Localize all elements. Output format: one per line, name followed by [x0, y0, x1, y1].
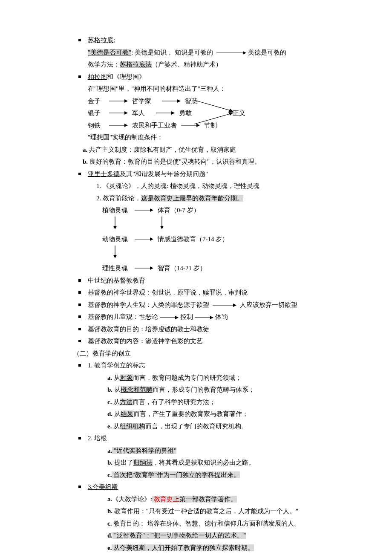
- svg-line-14: [194, 100, 230, 110]
- down-arrows-icon: [102, 217, 187, 229]
- converge-arrows-icon: [194, 98, 237, 128]
- comenius-c: c. 教育目的： 培养在身体、智慧、德行和信仰几方面和谐发展的人。: [107, 517, 341, 530]
- plato-cond: "理想国"实现的制度条件：: [88, 131, 341, 144]
- svg-marker-11: [124, 124, 128, 127]
- svg-marker-33: [175, 316, 179, 319]
- bullet-icon: [78, 173, 81, 175]
- text: 苏格拉底:: [88, 34, 115, 46]
- text: 基督教的儿童观：性恶论控制体罚: [88, 311, 228, 323]
- svg-marker-25: [150, 237, 153, 241]
- text: 2. 培根: [88, 432, 107, 445]
- arrow-right-icon: [162, 99, 181, 103]
- bullet-icon: [78, 75, 81, 78]
- svg-marker-17: [228, 112, 233, 116]
- plato-b: b. 良好的教育：教育的目的是促使"灵魂转向"，认识善和真理。: [83, 156, 341, 168]
- aristotle-s2: 2. 教育阶段论，这是教育史上最早的教育年龄分期。: [96, 192, 341, 205]
- text: 基督教的神学世界观：创世说，原罪说，赎罪说，审判说: [88, 286, 248, 299]
- comenius-d: d. "泛智教育"："把一切事物教给一切人的艺术。": [107, 529, 341, 542]
- aristotle-s1: 1. 《灵魂论》，人的灵魂: 植物灵魂，动物灵魂，理性灵魂: [96, 180, 341, 192]
- bullet-icon: [78, 328, 81, 330]
- item-christ-2: 基督教的神学世界观：创世说，原罪说，赎罪说，审判说: [78, 286, 341, 299]
- founding-e: e. 从组织机构而言，出现了专门的教育研究机构。: [107, 420, 341, 433]
- text: 柏拉图和《理想国》: [88, 71, 145, 83]
- arrow-right-icon: [109, 123, 128, 127]
- item-comenius: 3.夸美纽斯: [78, 481, 341, 493]
- arrow-right-icon: [195, 315, 213, 320]
- plato-a: a. 共产主义制度：废除私有财产，优生优育，取消家庭: [83, 144, 341, 156]
- section-2-heading: （二）教育学的创立: [73, 347, 341, 360]
- svg-marker-27: [113, 255, 117, 258]
- arrow-right-icon: [135, 237, 153, 241]
- item-christ-4: 基督教的儿童观：性恶论控制体罚: [78, 311, 341, 323]
- svg-marker-15: [228, 109, 233, 112]
- bacon-c: c. 首次把"教育学"作为一门独立的学科提出来。: [107, 469, 341, 481]
- svg-marker-19: [150, 208, 153, 212]
- svg-marker-1: [243, 51, 246, 55]
- comenius-e: e. 从夸美纽斯，人们开始了教育学的独立探索时期。: [107, 542, 341, 554]
- svg-marker-31: [233, 304, 236, 307]
- svg-marker-3: [124, 99, 128, 103]
- item-christ-5: 基督教教育的目的：培养虔诚的教士和教徒: [78, 323, 341, 335]
- text: 1. 教育学创立的标志: [88, 359, 145, 372]
- item-bacon: 2. 培根: [78, 432, 341, 445]
- item-christ-3: 基督教的神学人生观：人类的罪恶源于欲望 人应该放弃一切欲望: [78, 299, 341, 311]
- svg-marker-23: [160, 226, 164, 229]
- arrow-right-icon: [109, 111, 128, 115]
- bullet-icon: [78, 304, 81, 306]
- aristotle-diagram: 植物灵魂 体育（0-7 岁） 动物灵魂 情感道德教育（7-14 岁） 理性灵魂 …: [102, 204, 341, 275]
- socrates-line2: 教学方法：苏格拉底法（产婆术、精神助产术）: [88, 58, 341, 71]
- arrow-right-icon: [135, 266, 153, 270]
- founding-d: d. 从结果而言，产生了重要的教育家与教育著作；: [107, 408, 341, 420]
- text: 基督教教育的内容：渗透神学色彩的文艺: [88, 335, 203, 347]
- svg-marker-9: [171, 111, 175, 115]
- svg-marker-29: [150, 266, 153, 270]
- bullet-icon: [78, 437, 81, 439]
- bullet-icon: [78, 315, 81, 318]
- text: 基督教教育的目的：培养虔诚的教士和教徒: [88, 323, 209, 335]
- plato-diagram: 金子 哲学家 智慧 银子 军人 勇敢 正义 钢铁 农民和手工业者 节制: [88, 95, 341, 132]
- plato-intro: 在"理想国"里，"神用不同的材料造出了"三种人：: [88, 83, 341, 95]
- founding-c: c. 从方法而言，有了科学的研究方法；: [107, 396, 341, 408]
- arrow-right-icon: [160, 315, 179, 320]
- bullet-icon: [78, 364, 81, 367]
- comenius-a: a.《大教学论》: 教育史上第一部教育学著作。: [107, 493, 341, 506]
- text: 中世纪的基督教教育: [88, 275, 145, 287]
- arrow-right-icon: [109, 99, 128, 103]
- bullet-icon: [78, 279, 81, 282]
- bacon-b: b. 提出了归纳法，将其看成是获取知识的必由之路。: [107, 457, 341, 469]
- svg-marker-7: [124, 111, 128, 115]
- text: 亚里士多德及其"和谐发展与年龄分期问题": [88, 168, 208, 180]
- text: 3.夸美纽斯: [88, 481, 118, 493]
- item-christ-1: 中世纪的基督教教育: [78, 275, 341, 287]
- text: 基督教的神学人生观：人类的罪恶源于欲望 人应该放弃一切欲望: [88, 299, 297, 311]
- svg-marker-35: [210, 316, 213, 319]
- arrow-right-icon: [156, 111, 175, 115]
- item-socrates: 苏格拉底:: [78, 34, 341, 46]
- svg-marker-21: [113, 226, 117, 229]
- bullet-icon: [78, 486, 81, 488]
- item-christ-6: 基督教教育的内容：渗透神学色彩的文艺: [78, 335, 341, 347]
- svg-line-16: [194, 114, 230, 124]
- arrow-right-icon: [216, 51, 246, 55]
- comenius-b: b. 教育作用："只有受过一种合适的教育之后，人才能成为一个人。": [107, 505, 341, 517]
- bullet-icon: [78, 340, 81, 342]
- arrow-right-icon: [213, 303, 236, 307]
- founding-a: a. 从对象而言，教育问题成为专门的研究领域；: [107, 372, 341, 384]
- bullet-icon: [78, 39, 81, 41]
- svg-marker-5: [177, 99, 181, 103]
- item-founding: 1. 教育学创立的标志: [78, 359, 341, 372]
- bullet-icon: [78, 291, 81, 294]
- bacon-a: a. "近代实验科学的鼻祖": [107, 445, 341, 457]
- arrow-right-icon: [135, 208, 153, 212]
- down-arrow-icon: [102, 246, 187, 258]
- item-aristotle: 亚里士多德及其"和谐发展与年龄分期问题": [78, 168, 341, 180]
- item-plato: 柏拉图和《理想国》: [78, 71, 341, 83]
- socrates-line1: "美德是否可教": 美德是知识， 知识是可教的 美德是可教的: [88, 46, 341, 59]
- founding-b: b. 从概念和范畴而言，形成专门的教育范畴与体系；: [107, 384, 341, 396]
